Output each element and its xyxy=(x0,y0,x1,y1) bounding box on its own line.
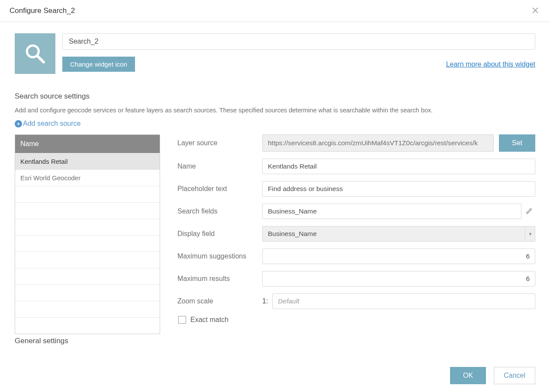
display-field-select[interactable]: ▼ xyxy=(262,226,535,242)
display-field-row: Display field ▼ xyxy=(177,226,535,242)
dialog-header: Configure Search_2 xyxy=(0,0,550,22)
source-settings-description: Add and configure geocode services or fe… xyxy=(15,106,535,115)
name-label: Name xyxy=(177,163,262,170)
layer-source-row: Layer source Set xyxy=(177,134,535,152)
close-button[interactable] xyxy=(530,5,540,16)
zoom-scale-row: Zoom scale 1: xyxy=(177,293,535,309)
source-row-kentlands[interactable]: Kentlands Retail xyxy=(15,153,160,169)
search-fields-input[interactable] xyxy=(262,204,521,219)
widget-icon-tile[interactable] xyxy=(15,33,55,74)
name-input[interactable] xyxy=(262,159,535,174)
search-icon xyxy=(24,42,46,65)
placeholder-text-label: Placeholder text xyxy=(177,185,262,193)
dialog-title: Configure Search_2 xyxy=(10,6,75,15)
sources-column-header: Name xyxy=(15,135,160,153)
zoom-scale-label: Zoom scale xyxy=(177,297,262,305)
cancel-button[interactable]: Cancel xyxy=(494,367,535,384)
source-row-empty xyxy=(15,235,160,252)
add-search-source-label: Add search source xyxy=(23,120,80,127)
change-widget-icon-button[interactable]: Change widget icon xyxy=(62,57,135,72)
source-row-empty xyxy=(15,219,160,235)
close-icon xyxy=(532,7,539,14)
exact-match-checkbox[interactable] xyxy=(178,316,186,324)
source-row-empty xyxy=(15,284,160,301)
source-settings-title: Search source settings xyxy=(15,92,535,101)
settings-scroll-area[interactable]: Search source settings Add and configure… xyxy=(15,92,540,359)
svg-line-1 xyxy=(37,56,44,62)
source-row-label: Kentlands Retail xyxy=(20,158,68,165)
name-row: Name xyxy=(177,159,535,174)
general-settings-title: General settings xyxy=(15,337,535,345)
max-suggestions-label: Maximum suggestions xyxy=(177,252,262,260)
source-row-empty xyxy=(15,268,160,284)
search-fields-row: Search fields xyxy=(177,204,535,219)
source-row-empty xyxy=(15,301,160,317)
source-row-empty xyxy=(15,202,160,219)
placeholder-text-row: Placeholder text xyxy=(177,181,535,197)
edit-search-fields-button[interactable] xyxy=(526,207,535,216)
add-search-source-button[interactable]: + Add search source xyxy=(15,120,80,127)
source-row-empty xyxy=(15,186,160,202)
exact-match-row[interactable]: Exact match xyxy=(178,316,535,324)
max-results-label: Maximum results xyxy=(177,275,262,283)
widget-header-row: Change widget icon Learn more about this… xyxy=(15,33,535,74)
layer-source-label: Layer source xyxy=(177,139,262,147)
widget-name-input[interactable] xyxy=(62,33,535,50)
source-row-label: Esri World Geocoder xyxy=(20,174,80,182)
set-layer-source-button[interactable]: Set xyxy=(499,134,535,152)
zoom-scale-input[interactable] xyxy=(272,293,535,309)
ok-button[interactable]: OK xyxy=(450,367,486,384)
source-row-empty xyxy=(15,252,160,268)
dialog-body: Change widget icon Learn more about this… xyxy=(0,22,550,359)
zoom-scale-prefix: 1: xyxy=(262,297,268,305)
max-results-row: Maximum results xyxy=(177,271,535,287)
placeholder-text-input[interactable] xyxy=(262,181,535,197)
max-results-input[interactable] xyxy=(262,271,535,287)
exact-match-label: Exact match xyxy=(190,316,228,324)
max-suggestions-input[interactable] xyxy=(262,249,535,264)
learn-more-link[interactable]: Learn more about this widget xyxy=(446,61,535,68)
search-fields-label: Search fields xyxy=(177,207,262,215)
source-row-esri-geocoder[interactable]: Esri World Geocoder xyxy=(15,169,160,186)
source-row-empty xyxy=(15,317,160,334)
source-form: Layer source Set Name Placeholder text xyxy=(177,134,535,334)
display-field-value xyxy=(262,226,535,242)
display-field-label: Display field xyxy=(177,230,262,238)
plus-circle-icon: + xyxy=(15,120,22,127)
dialog-footer: OK Cancel xyxy=(0,359,550,392)
pencil-icon xyxy=(526,207,533,214)
configure-search-dialog: Configure Search_2 Change widget icon Le… xyxy=(0,0,550,392)
max-suggestions-row: Maximum suggestions xyxy=(177,249,535,264)
layer-source-input xyxy=(262,134,494,152)
search-sources-table: Name Kentlands Retail Esri World Geocode… xyxy=(15,134,160,334)
